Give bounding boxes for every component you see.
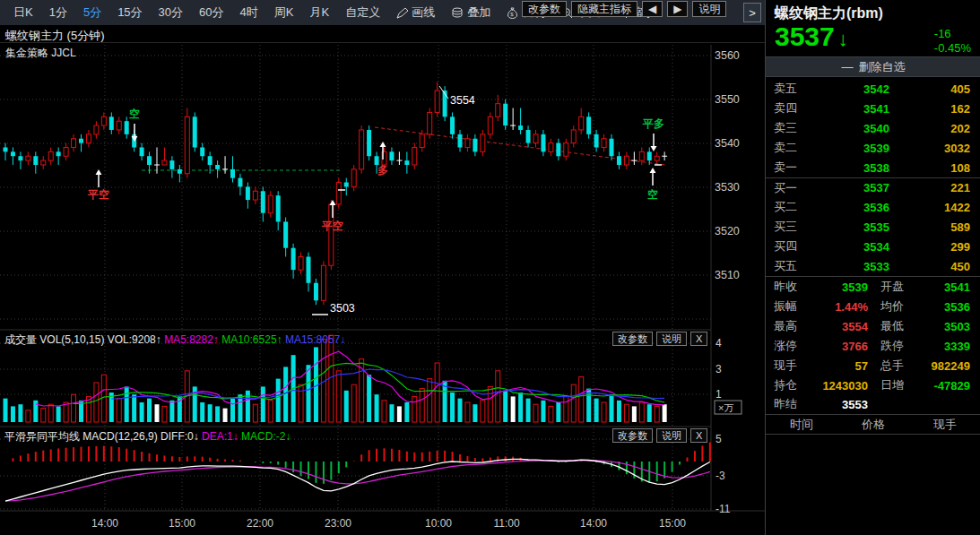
macd-close-pane-button[interactable]: X (690, 428, 707, 443)
toolbar-item-min-5[interactable]: 5分 (75, 0, 109, 25)
ask-row[interactable]: 卖二35393032 (766, 138, 980, 158)
volume-params: VOL(5,10,15) (39, 333, 104, 346)
level-volume: 589 (889, 220, 980, 234)
stat-row: 最高3554最低3503 (766, 316, 980, 336)
remove-watchlist-label: 删除自选 (859, 59, 906, 75)
toolbar-item-min-15[interactable]: 15分 (109, 0, 150, 25)
svg-text:14:00: 14:00 (580, 517, 607, 530)
toolbar-item-daily-k[interactable]: 日K (5, 0, 41, 25)
vol-close-pane-button[interactable]: X (690, 332, 707, 346)
svg-text:5: 5 (715, 433, 722, 445)
tape-header-row: 时间 价格 现手 (766, 414, 980, 435)
stat-label: 振幅 (766, 298, 809, 315)
help-button[interactable]: 说明 (692, 1, 726, 17)
toolbar-item-min-30[interactable]: 30分 (151, 0, 191, 25)
level-volume: 405 (889, 82, 980, 96)
macd-value: MACD:-2↓ (241, 430, 291, 443)
chart-canvas[interactable]: 356035503540353035203510431×万5-3-1114:00… (0, 0, 765, 535)
prev-arrow-button[interactable]: ◀ (642, 1, 663, 17)
bid-row[interactable]: 买一3537221 (766, 177, 980, 197)
settle-row: 昨结 3553 (766, 394, 980, 414)
level-price: 3536 (818, 201, 889, 214)
level-price: 3540 (818, 122, 889, 135)
chart-header-buttons: 改参数隐藏主指标◀▶说明 (522, 1, 726, 17)
bid-row[interactable]: 买三3535589 (766, 217, 980, 237)
svg-text:空: 空 (647, 188, 658, 201)
ask-row[interactable]: 卖四3541162 (766, 99, 980, 118)
remove-watchlist-button[interactable]: — 删除自选 (766, 56, 980, 77)
stat-value: 3541 (911, 280, 980, 294)
level-label: 买一 (766, 180, 818, 196)
level-label: 卖四 (766, 100, 818, 116)
stat-label: 现手 (766, 358, 809, 374)
level-label: 买四 (766, 238, 818, 255)
level-price: 3542 (818, 82, 889, 96)
toolbar-item-weekly-k[interactable]: 周K (266, 0, 302, 25)
svg-text:-3: -3 (715, 470, 725, 482)
svg-text:14:00: 14:00 (91, 517, 118, 530)
level-label: 买三 (766, 219, 818, 235)
toolbar-item-label: 4时 (240, 4, 258, 21)
vol-param-button[interactable]: 改参数 (612, 332, 653, 346)
ask-row[interactable]: 卖三3540202 (766, 118, 980, 138)
volume-layer (4, 335, 667, 422)
toolbar-item-label: 30分 (159, 4, 183, 21)
moneybag-icon: $ (507, 7, 518, 19)
stat-value: -47829 (911, 379, 980, 393)
svg-text:平空: 平空 (321, 220, 343, 232)
stat-label: 均价 (868, 298, 911, 315)
quote-stats: 昨收3539开盘3541振幅1.44%均价3536最高3554最低3503涨停3… (766, 276, 980, 395)
stat-label: 最低 (868, 318, 911, 334)
tape-header-vol: 现手 (909, 417, 980, 433)
stat-value: 57 (809, 359, 868, 373)
stat-label: 日增 (868, 377, 911, 393)
svg-text:3530: 3530 (715, 181, 740, 194)
toolbar-item-label: 叠加 (467, 4, 490, 21)
toolbar-expand-button[interactable]: > (743, 3, 761, 22)
stat-row: 昨收3539开盘3541 (766, 277, 980, 297)
toolbar-item-min-60[interactable]: 60分 (191, 0, 231, 25)
next-arrow-button[interactable]: ▶ (667, 1, 688, 17)
toolbar-item-hour-4[interactable]: 4时 (232, 0, 266, 25)
stat-value: 3539 (809, 280, 868, 294)
param-button[interactable]: 改参数 (522, 1, 567, 17)
toolbar-item-custom-period[interactable]: 自定义 (337, 0, 388, 25)
level-volume: 202 (889, 122, 980, 135)
toolbar-item-label: 5分 (83, 4, 101, 21)
bid-row[interactable]: 买五3533450 (766, 256, 980, 276)
toolbar-item-label: 画线 (412, 4, 435, 21)
stat-value: 982249 (911, 359, 980, 373)
stat-row: 振幅1.44%均价3536 (766, 297, 980, 316)
level-price: 3541 (818, 102, 889, 116)
svg-text:平多: 平多 (642, 117, 664, 130)
svg-text:3520: 3520 (715, 225, 740, 237)
toolbar-item-min-1[interactable]: 1分 (41, 0, 75, 25)
toolbar-item-monthly-k[interactable]: 月K (301, 0, 337, 25)
toolbar-item-draw-line[interactable]: 画线 (388, 0, 443, 25)
svg-text:11:00: 11:00 (493, 517, 519, 530)
level-volume: 221 (889, 181, 980, 194)
macd-layer (5, 442, 710, 501)
stat-label: 最高 (766, 318, 809, 334)
ask-row[interactable]: 卖一3538108 (766, 158, 980, 177)
trading-app: 356035503540353035203510431×万5-3-1114:00… (0, 0, 980, 535)
level-price: 3537 (818, 181, 889, 194)
ask-row[interactable]: 卖五3542405 (766, 79, 980, 99)
level-label: 卖一 (766, 160, 818, 176)
stat-value: 1.44% (809, 300, 868, 314)
vol-help-button[interactable]: 说明 (656, 332, 687, 346)
settle-value: 3553 (809, 398, 868, 411)
stat-label: 昨收 (766, 279, 809, 295)
bid-row[interactable]: 买二35361422 (766, 197, 980, 217)
last-price: 3537↓ (775, 22, 848, 52)
toolbar-item-overlay[interactable]: 叠加 (443, 0, 499, 25)
change-value: -16 (934, 27, 971, 41)
hide-main-indicator-button[interactable]: 隐藏主指标 (571, 1, 637, 17)
toolbar-item-label: 周K (274, 4, 294, 21)
svg-text:3: 3 (715, 363, 722, 375)
macd-help-button[interactable]: 说明 (656, 428, 687, 443)
svg-text:多: 多 (377, 164, 388, 177)
bid-row[interactable]: 买四3534299 (766, 237, 980, 256)
macd-param-button[interactable]: 改参数 (612, 428, 653, 443)
strategy-label: 集金策略 JJCL (5, 46, 76, 61)
